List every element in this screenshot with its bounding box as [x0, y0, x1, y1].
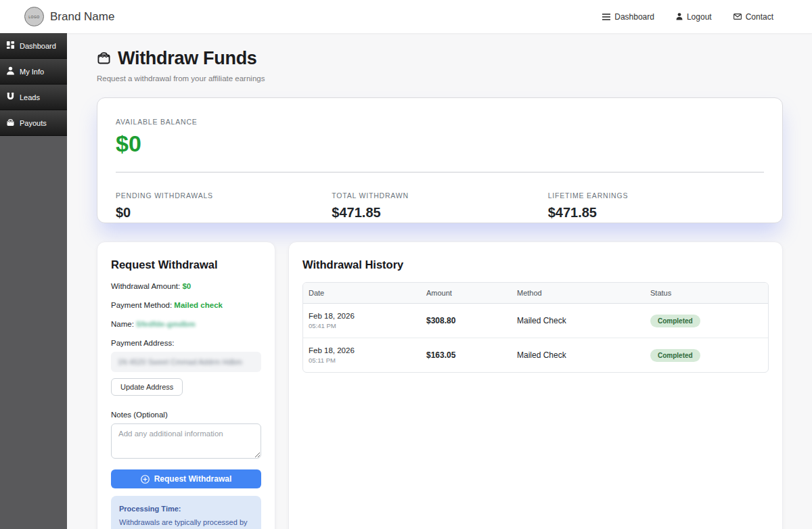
page-title-row: Withdraw Funds [97, 48, 783, 69]
stat-value: $471.85 [548, 205, 764, 221]
table-header-row: Date Amount Method Status [303, 283, 768, 304]
top-nav: Dashboard Logout Contact [602, 12, 812, 22]
cell-amount: $308.80 [421, 308, 512, 334]
processing-time-title: Processing Time: [119, 503, 253, 515]
processing-time-info-box: Processing Time: Withdrawals are typical… [111, 496, 261, 529]
status-badge: Completed [650, 315, 700, 327]
payment-method-line: Payment Method: Mailed check [111, 301, 261, 309]
balance-divider [116, 172, 764, 172]
withdrawal-history-table: Date Amount Method Status Feb 18, 2026 0… [302, 282, 769, 373]
sidebar-label-my-info: My Info [20, 68, 44, 76]
cell-status: Completed [645, 306, 768, 336]
stat-total-withdrawn: TOTAL WITHDRAWN $471.85 [332, 191, 547, 221]
update-address-button[interactable]: Update Address [111, 378, 183, 396]
processing-time-body: Withdrawals are typically processed by t… [119, 517, 253, 529]
date-value: Feb 18, 2026 [309, 346, 415, 354]
stat-value: $0 [116, 205, 332, 221]
table-row: Feb 18, 2026 05:41 PM $308.80 Mailed Che… [303, 304, 768, 338]
top-nav-contact-label: Contact [746, 12, 773, 22]
cell-status: Completed [645, 340, 768, 370]
available-balance-label: AVAILABLE BALANCE [116, 118, 764, 126]
person-icon [676, 13, 683, 20]
plus-circle-icon [141, 475, 150, 484]
column-header-status: Status [645, 283, 768, 303]
withdrawal-history-heading: Withdrawal History [302, 258, 769, 271]
page-title: Withdraw Funds [118, 48, 257, 69]
withdrawal-amount-value: $0 [182, 282, 191, 290]
brand-name: Brand Name [50, 10, 114, 24]
withdrawal-amount-label: Withdrawal Amount: [111, 282, 180, 290]
stat-label: LIFETIME EARNINGS [548, 191, 764, 200]
status-badge: Completed [650, 349, 700, 362]
request-withdrawal-heading: Request Withdrawal [111, 258, 261, 271]
stat-lifetime-earnings: LIFETIME EARNINGS $471.85 [548, 191, 764, 221]
stat-value: $471.85 [332, 205, 547, 221]
notes-textarea[interactable] [111, 423, 261, 459]
date-value: Feb 18, 2026 [309, 312, 415, 320]
balance-card: AVAILABLE BALANCE $0 PENDING WITHDRAWALS… [97, 97, 783, 223]
stat-label: PENDING WITHDRAWALS [116, 191, 332, 200]
column-header-date: Date [303, 283, 421, 303]
cell-method: Mailed Check [512, 308, 645, 334]
request-withdrawal-card: Request Withdrawal Withdrawal Amount: $0… [97, 242, 275, 529]
logo-text: LOGO [28, 15, 39, 19]
sidebar-label-dashboard: Dashboard [20, 42, 56, 50]
envelope-icon [734, 14, 742, 20]
column-header-amount: Amount [421, 283, 512, 303]
stat-pending-withdrawals: PENDING WITHDRAWALS $0 [116, 191, 332, 221]
payment-address-value-redacted: 1N 4520 Sweet Cmmad Addrm Hdbm [118, 358, 254, 366]
hamburger-icon [602, 14, 610, 20]
money-bag-icon [6, 118, 15, 128]
cell-amount: $163.05 [421, 342, 512, 368]
money-bag-icon [97, 50, 111, 67]
magnet-icon [6, 92, 15, 102]
top-nav-dashboard-label: Dashboard [614, 12, 654, 22]
dashboard-icon [6, 41, 15, 51]
column-header-method: Method [512, 283, 645, 303]
payment-address-box: 1N 4520 Sweet Cmmad Addrm Hdbm [111, 352, 261, 372]
person-icon [6, 66, 15, 76]
name-value-redacted: Sfedfde-gmdbm [136, 320, 196, 328]
sidebar-item-dashboard[interactable]: Dashboard [0, 33, 67, 59]
sidebar-item-payouts[interactable]: Payouts [0, 110, 67, 136]
request-withdrawal-button[interactable]: Request Withdrawal [111, 469, 261, 488]
sidebar: Dashboard My Info Leads Payouts [0, 33, 67, 529]
cell-method: Mailed Check [512, 342, 645, 368]
request-withdrawal-button-label: Request Withdrawal [154, 474, 232, 484]
main-content: Withdraw Funds Request a withdrawal from… [67, 33, 812, 529]
name-line: Name: Sfedfde-gmdbm [111, 320, 261, 328]
sidebar-label-leads: Leads [20, 93, 40, 101]
payment-method-value: Mailed check [174, 301, 223, 309]
balance-stats-row: PENDING WITHDRAWALS $0 TOTAL WITHDRAWN $… [116, 191, 764, 221]
payment-method-label: Payment Method: [111, 301, 172, 309]
stat-label: TOTAL WITHDRAWN [332, 191, 547, 200]
cell-date: Feb 18, 2026 05:11 PM [303, 338, 421, 372]
time-value: 05:41 PM [309, 322, 415, 329]
cell-date: Feb 18, 2026 05:41 PM [303, 304, 421, 338]
withdrawal-amount-line: Withdrawal Amount: $0 [111, 282, 261, 290]
cards-row: Request Withdrawal Withdrawal Amount: $0… [97, 242, 783, 529]
top-nav-contact[interactable]: Contact [734, 12, 773, 22]
name-label: Name: [111, 320, 134, 328]
top-nav-logout[interactable]: Logout [676, 12, 712, 22]
payment-address-label: Payment Address: [111, 339, 261, 347]
withdrawal-history-card: Withdrawal History Date Amount Method St… [288, 242, 783, 529]
table-row: Feb 18, 2026 05:11 PM $163.05 Mailed Che… [303, 338, 768, 372]
top-nav-dashboard[interactable]: Dashboard [602, 12, 654, 22]
page-subtitle: Request a withdrawal from your affiliate… [97, 74, 783, 83]
top-header: LOGO Brand Name Dashboard Logout Contact [0, 0, 812, 33]
sidebar-item-leads[interactable]: Leads [0, 85, 67, 110]
top-nav-logout-label: Logout [687, 12, 712, 22]
available-balance-value: $0 [116, 131, 764, 157]
sidebar-label-payouts: Payouts [20, 119, 47, 127]
brand: LOGO Brand Name [0, 7, 114, 26]
brand-logo: LOGO [24, 7, 44, 26]
notes-label: Notes (Optional) [111, 411, 261, 419]
sidebar-item-my-info[interactable]: My Info [0, 59, 67, 85]
time-value: 05:11 PM [309, 356, 415, 364]
